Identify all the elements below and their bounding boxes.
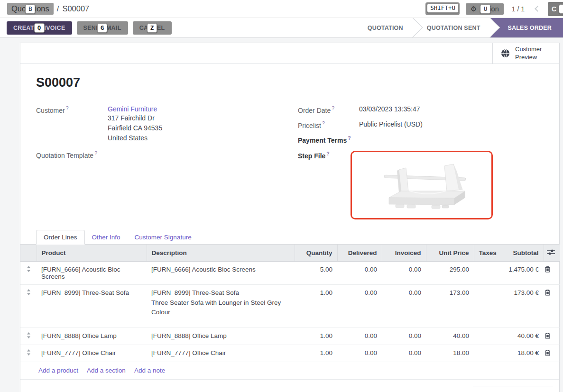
status-step-quotation-sent[interactable]: QUOTATION SENT xyxy=(413,18,490,37)
add-a-section-link[interactable]: Add a section xyxy=(87,367,126,374)
tab-customer-signature[interactable]: Customer Signature xyxy=(128,230,199,244)
key-hint-create-invoice: Q xyxy=(34,23,45,33)
sheet-footer: Terms and conditions... Total: 1,706.00 … xyxy=(20,380,559,392)
action-buttons: CREATE INVOICE Q SEND EMAIL G CANCEL Z xyxy=(7,18,172,37)
cell-description[interactable]: [FURN_6666] Acoustic Bloc Screens xyxy=(147,261,295,284)
cell-delivered[interactable]: 0.00 xyxy=(337,328,382,345)
column-quantity: Quantity xyxy=(295,245,337,262)
cell-delivered[interactable]: 0.00 xyxy=(337,261,382,284)
cell-product[interactable]: [FURN_8888] Office Lamp xyxy=(37,328,147,345)
status-step-sales-order[interactable]: SALES ORDER xyxy=(490,18,563,37)
quotation-template-label: Quotation Template? xyxy=(36,150,108,159)
cell-description[interactable]: [FURN_7777] Office Chair xyxy=(147,345,295,362)
cell-invoiced[interactable]: 0.00 xyxy=(382,284,426,328)
key-hint-breadcrumb: B xyxy=(25,4,36,14)
add-a-note-link[interactable]: Add a note xyxy=(134,367,165,374)
field-step-file: Step File? xyxy=(298,148,544,222)
cell-description[interactable]: [FURN_8888] Office Lamp xyxy=(147,328,295,345)
cell-delivered[interactable]: 0.00 xyxy=(337,345,382,362)
status-step-label: QUOTATION SENT xyxy=(427,25,480,31)
customer-label: Customer? xyxy=(36,105,108,143)
drag-handle-icon xyxy=(27,332,31,338)
cell-unit-price[interactable]: 40.00 xyxy=(426,328,474,345)
breadcrumb-separator: / xyxy=(57,4,59,13)
row-drag-handle[interactable] xyxy=(20,284,37,328)
cell-subtotal: 173.00 € xyxy=(494,284,544,328)
customer-link[interactable]: Gemini Furniture xyxy=(108,105,157,113)
trash-icon xyxy=(545,289,551,296)
column-invoiced: Invoiced xyxy=(382,245,426,262)
drag-handle-icon xyxy=(27,266,31,272)
status-step-label: QUOTATION xyxy=(368,25,403,31)
cell-subtotal: 40.00 € xyxy=(494,328,544,345)
customer-preview-label: Customer Preview xyxy=(515,46,542,61)
cell-unit-price[interactable]: 295.00 xyxy=(426,261,474,284)
cell-quantity[interactable]: 1.00 xyxy=(295,328,337,345)
cell-taxes[interactable] xyxy=(474,345,494,362)
row-drag-handle[interactable] xyxy=(20,261,37,284)
cell-unit-price[interactable]: 18.00 xyxy=(426,345,474,362)
optional-columns-button[interactable] xyxy=(544,245,560,262)
row-drag-handle[interactable] xyxy=(20,345,37,362)
cell-taxes[interactable] xyxy=(474,261,494,284)
order-date-label: Order Date? xyxy=(298,105,359,114)
add-a-product-link[interactable]: Add a product xyxy=(38,367,78,374)
shift-action-hint-target[interactable]: SHIFT+U xyxy=(425,2,460,15)
delete-row-button[interactable] xyxy=(544,261,560,284)
trash-icon xyxy=(545,266,551,273)
cell-invoiced[interactable]: 0.00 xyxy=(382,345,426,362)
cell-product[interactable]: [FURN_6666] Acoustic Bloc Screens xyxy=(37,261,147,284)
top-navbar: Quotations B / S00007 SHIFT+U ⚙ Action U… xyxy=(0,0,563,18)
order-line-row: [FURN_8999] Three-Seat Sofa [FURN_8999] … xyxy=(20,284,560,328)
column-unit-price: Unit Price xyxy=(426,245,474,262)
create-button-visible-text: C xyxy=(552,5,556,13)
form-sheet: Customer Preview S00007 Customer? Gemini… xyxy=(20,43,560,392)
totals-block: Total: 1,706.00 € xyxy=(473,386,553,392)
delete-row-button[interactable] xyxy=(544,284,560,328)
breadcrumb: Quotations B / S00007 xyxy=(7,3,89,15)
tab-order-lines[interactable]: Order Lines xyxy=(36,230,85,245)
cell-unit-price[interactable]: 173.00 xyxy=(426,284,474,328)
help-icon: ? xyxy=(326,151,329,156)
status-step-label: SALES ORDER xyxy=(508,25,552,31)
step-file-image[interactable] xyxy=(351,151,493,219)
column-product: Product xyxy=(37,245,147,262)
terms-and-conditions-input[interactable]: Terms and conditions... xyxy=(38,386,104,392)
cell-taxes[interactable] xyxy=(474,328,494,345)
gear-icon: ⚙ xyxy=(471,5,477,12)
key-hint-action: U xyxy=(480,4,491,14)
breadcrumb-quotations[interactable]: Quotations B xyxy=(7,3,54,15)
cell-invoiced[interactable]: 0.00 xyxy=(382,261,426,284)
help-icon: ? xyxy=(348,135,351,141)
cell-delivered[interactable]: 0.00 xyxy=(337,284,382,328)
drag-handle-icon xyxy=(27,289,31,295)
delete-row-button[interactable] xyxy=(544,328,560,345)
create-button-clipped[interactable]: C xyxy=(548,2,563,16)
action-menu-button[interactable]: ⚙ Action U xyxy=(466,3,504,15)
trash-icon xyxy=(545,349,551,356)
cell-description[interactable]: [FURN_8999] Three-Seat Sofa Three Seater… xyxy=(147,284,295,328)
cell-product[interactable]: [FURN_7777] Office Chair xyxy=(37,345,147,362)
delete-row-button[interactable] xyxy=(544,345,560,362)
field-payment-terms: Payment Terms? xyxy=(298,133,544,146)
cell-product[interactable]: [FURN_8999] Three-Seat Sofa xyxy=(37,284,147,328)
list-footer-links: Add a product Add a section Add a note xyxy=(20,362,559,380)
row-drag-handle[interactable] xyxy=(20,328,37,345)
cell-taxes[interactable] xyxy=(474,284,494,328)
order-lines-table: Product Description Quantity Delivered I… xyxy=(20,245,560,362)
create-invoice-button[interactable]: CREATE INVOICE Q xyxy=(7,21,72,35)
description-line: Three Seater Sofa with Lounger in Steel … xyxy=(151,296,290,317)
tab-other-info[interactable]: Other Info xyxy=(85,230,128,244)
customer-preview-button[interactable]: Customer Preview xyxy=(492,43,559,64)
cell-quantity[interactable]: 5.00 xyxy=(295,261,337,284)
cell-quantity[interactable]: 1.00 xyxy=(295,284,337,328)
cell-quantity[interactable]: 1.00 xyxy=(295,345,337,362)
address-line: United States xyxy=(108,133,162,143)
send-email-button[interactable]: SEND EMAIL G xyxy=(77,21,128,35)
cell-invoiced[interactable]: 0.00 xyxy=(382,328,426,345)
pricelist-value[interactable]: Public Pricelist (USD) xyxy=(359,120,423,129)
status-step-quotation[interactable]: QUOTATION xyxy=(356,18,413,37)
cancel-button[interactable]: CANCEL Z xyxy=(133,21,172,35)
order-date-value[interactable]: 03/03/2023 13:35:47 xyxy=(359,105,420,114)
pager-previous-icon[interactable] xyxy=(535,6,541,12)
